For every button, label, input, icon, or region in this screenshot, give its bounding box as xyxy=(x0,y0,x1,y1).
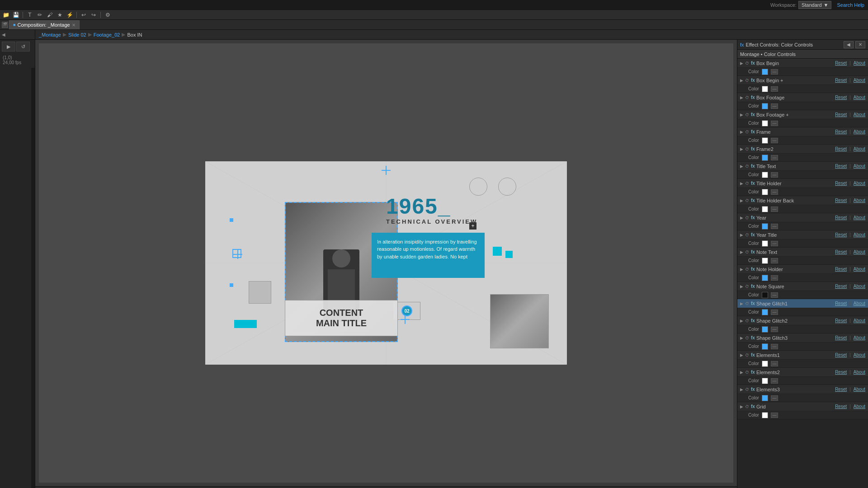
reset-btn-15[interactable]: Reset xyxy=(835,318,847,323)
effect-row-title-text[interactable]: ▶ ⏱ fx Title Text Reset | About xyxy=(737,162,868,171)
effect-stopwatch[interactable]: ⏱ xyxy=(745,233,749,237)
color-swatch[interactable] xyxy=(762,343,768,350)
effect-stopwatch[interactable]: ⏱ xyxy=(745,216,749,220)
reset-btn-18[interactable]: Reset xyxy=(835,370,847,375)
effect-row-frame[interactable]: ▶ ⏱ fx Frame Reset | About xyxy=(737,127,868,136)
about-btn-18[interactable]: About xyxy=(854,370,865,375)
effect-stopwatch[interactable]: ⏱ xyxy=(745,387,749,392)
color-swatch[interactable] xyxy=(762,258,768,264)
toolbar-undo-icon[interactable]: ↩ xyxy=(80,11,88,19)
effect-row-box-begin[interactable]: ▶ ⏱ fx Box Begin Reset | About xyxy=(737,59,868,68)
color-swatch[interactable] xyxy=(762,137,768,144)
reset-btn-13[interactable]: Reset xyxy=(835,284,847,289)
effect-toggle[interactable]: ▶ xyxy=(740,387,743,392)
toolbar-settings-icon[interactable]: ⚙ xyxy=(104,11,112,19)
dash-btn[interactable]: — xyxy=(771,310,778,315)
effect-stopwatch[interactable]: ⏱ xyxy=(745,181,749,186)
color-swatch[interactable] xyxy=(762,86,768,92)
effect-toggle[interactable]: ▶ xyxy=(740,370,743,375)
effect-toggle[interactable]: ▶ xyxy=(740,216,743,220)
panel-header-btn-1[interactable]: ◀ xyxy=(844,41,854,48)
bottom-center-handle[interactable] xyxy=(401,315,410,324)
about-btn-9[interactable]: About xyxy=(854,215,865,220)
reset-btn-11[interactable]: Reset xyxy=(835,249,847,254)
effect-toggle[interactable]: ▶ xyxy=(740,198,743,203)
effect-row-title-holder[interactable]: ▶ ⏱ fx Title Holder Reset | About xyxy=(737,179,868,188)
about-btn-8[interactable]: About xyxy=(854,198,865,203)
about-btn-17[interactable]: About xyxy=(854,352,865,357)
toolbar-text-icon[interactable]: T xyxy=(26,11,34,19)
dash-btn[interactable]: — xyxy=(771,258,778,263)
effect-stopwatch[interactable]: ⏱ xyxy=(745,319,749,323)
cross-mark[interactable]: + xyxy=(469,222,476,230)
effect-row-box-footage-+[interactable]: ▶ ⏱ fx Box Footage + Reset | About xyxy=(737,110,868,119)
dash-btn[interactable]: — xyxy=(771,121,778,126)
about-btn-19[interactable]: About xyxy=(854,387,865,392)
reset-btn-2[interactable]: Reset xyxy=(835,95,847,100)
effect-row-year-title[interactable]: ▶ ⏱ fx Year Title Reset | About xyxy=(737,230,868,239)
left-panel-toggle[interactable]: ◀ xyxy=(2,32,5,37)
dash-btn[interactable]: — xyxy=(771,103,778,109)
dash-btn[interactable]: — xyxy=(771,327,778,332)
effect-row-shape-glitch2[interactable]: ▶ ⏱ fx Shape Glitch2 Reset | About xyxy=(737,316,868,325)
dash-btn[interactable]: — xyxy=(771,69,778,75)
dash-btn[interactable]: — xyxy=(771,155,778,160)
composition-tab[interactable]: ■ Composition: _Montage ✕ xyxy=(9,20,80,29)
effect-row-shape-glitch3[interactable]: ▶ ⏱ fx Shape Glitch3 Reset | About xyxy=(737,333,868,343)
effect-stopwatch[interactable]: ⏱ xyxy=(745,301,749,306)
about-btn-6[interactable]: About xyxy=(854,164,865,169)
effect-row-grid[interactable]: ▶ ⏱ fx Grid Reset | About xyxy=(737,402,868,411)
reset-btn-5[interactable]: Reset xyxy=(835,146,847,151)
color-swatch[interactable] xyxy=(762,240,768,247)
dash-btn[interactable]: — xyxy=(771,86,778,92)
about-btn-10[interactable]: About xyxy=(854,232,865,237)
effect-stopwatch[interactable]: ⏱ xyxy=(745,198,749,203)
reset-btn-14[interactable]: Reset xyxy=(835,301,847,306)
color-swatch[interactable] xyxy=(762,326,768,333)
toolbar-star-icon[interactable]: ★ xyxy=(56,11,64,19)
sel-handle-tl[interactable] xyxy=(230,218,233,222)
effect-toggle[interactable]: ▶ xyxy=(740,336,743,340)
breadcrumb-montage[interactable]: _Montage xyxy=(39,32,61,38)
effect-row-box-footage[interactable]: ▶ ⏱ fx Box Footage Reset | About xyxy=(737,93,868,102)
color-swatch[interactable] xyxy=(762,172,768,178)
toolbar-wand-icon[interactable]: ⚡ xyxy=(66,11,74,19)
reset-btn-6[interactable]: Reset xyxy=(835,164,847,169)
toolbar-brush-icon[interactable]: 🖌 xyxy=(46,11,54,19)
effect-toggle[interactable]: ▶ xyxy=(740,267,743,272)
color-swatch[interactable] xyxy=(762,292,768,298)
effect-toggle[interactable]: ▶ xyxy=(740,284,743,289)
color-swatch[interactable] xyxy=(762,120,768,127)
color-swatch[interactable] xyxy=(762,223,768,230)
dash-btn[interactable]: — xyxy=(771,361,778,366)
reset-btn-7[interactable]: Reset xyxy=(835,181,847,186)
reset-btn-8[interactable]: Reset xyxy=(835,198,847,203)
tab-close-icon[interactable]: ✕ xyxy=(72,23,75,28)
effect-stopwatch[interactable]: ⏱ xyxy=(745,250,749,254)
breadcrumb-slide02[interactable]: Slide 02 xyxy=(68,32,86,38)
dash-btn[interactable]: — xyxy=(771,224,778,229)
reset-btn-12[interactable]: Reset xyxy=(835,267,847,272)
color-swatch[interactable] xyxy=(762,309,768,315)
effect-stopwatch[interactable]: ⏱ xyxy=(745,370,749,375)
effect-stopwatch[interactable]: ⏱ xyxy=(745,95,749,100)
color-swatch[interactable] xyxy=(762,361,768,367)
about-btn-11[interactable]: About xyxy=(854,249,865,254)
about-btn-12[interactable]: About xyxy=(854,267,865,272)
breadcrumb-footage02[interactable]: Footage_02 xyxy=(94,32,120,38)
effect-stopwatch[interactable]: ⏱ xyxy=(745,61,749,66)
effect-row-elements1[interactable]: ▶ ⏱ fx Elements1 Reset | About xyxy=(737,351,868,360)
effect-stopwatch[interactable]: ⏱ xyxy=(745,267,749,272)
effect-row-note-square[interactable]: ▶ ⏱ fx Note Square Reset | About xyxy=(737,282,868,291)
effect-row-year[interactable]: ▶ ⏱ fx Year Reset | About xyxy=(737,213,868,222)
effect-toggle[interactable]: ▶ xyxy=(740,61,743,66)
reset-btn-16[interactable]: Reset xyxy=(835,335,847,340)
sel-handle-bl[interactable] xyxy=(230,283,233,287)
effect-toggle[interactable]: ▶ xyxy=(740,130,743,134)
about-btn-3[interactable]: About xyxy=(854,112,865,117)
effect-toggle[interactable]: ▶ xyxy=(740,250,743,254)
dash-btn[interactable]: — xyxy=(771,395,778,401)
about-btn-15[interactable]: About xyxy=(854,318,865,323)
dash-btn[interactable]: — xyxy=(771,138,778,143)
about-btn-2[interactable]: About xyxy=(854,95,865,100)
